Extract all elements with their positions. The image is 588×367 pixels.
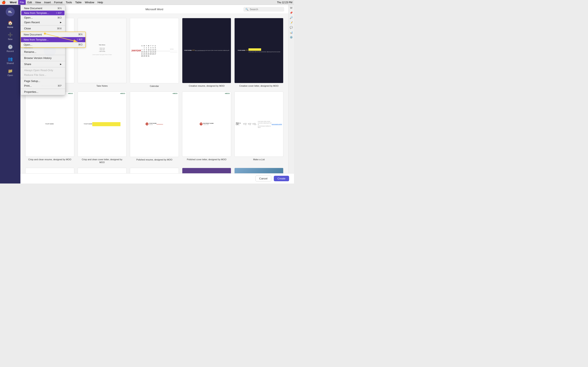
template-thumb-calendar: JANYEAR S M T W T F S 123456 78910111213… (130, 18, 179, 83)
menubar-time: Thu 12:23 PM (277, 1, 292, 4)
popup-open-shortcut: ⌘O (78, 43, 82, 46)
apple-menu[interactable]: 🍎 (2, 0, 6, 4)
home-icon: 🏠 (8, 20, 13, 25)
bottom-bar: Cancel Create (20, 173, 294, 184)
menubar-table[interactable]: Table (73, 0, 83, 5)
template-label-list: Make a List (253, 158, 265, 161)
template-thumb-creative-cover: YOUR NAME ● MOO Lorem ipsum dolor sit am… (234, 18, 283, 83)
right-icon-2[interactable]: 📌 (289, 11, 294, 15)
sidebar-home-label: Home (7, 26, 13, 28)
sidebar-item-shared[interactable]: 👥 Shared (2, 55, 18, 66)
template-thumb-notes: Take Notes • Item one • Item two • Item … (78, 18, 127, 83)
moo-logo-icon: ●MOO (68, 92, 73, 94)
search-bar[interactable]: 🔍 (243, 7, 284, 12)
right-icon-6[interactable]: 📊 (289, 30, 294, 35)
template-label-calendar: Calendar (150, 85, 159, 87)
sidebar: RL 🏠 Home ➕ New 🕐 Recent 👥 Shared 📁 Open (0, 5, 20, 184)
template-thumb-list: Make a List... Item one Item two Item th… (234, 92, 283, 157)
popup-new-template-shortcut: ⇧⌘P (76, 38, 82, 41)
template-calendar[interactable]: JANYEAR S M T W T F S 123456 78910111213… (130, 18, 179, 87)
menubar-view[interactable]: View (34, 0, 43, 5)
menubar: 🍎 Word File Edit View Insert Format Tool… (0, 0, 294, 5)
template-label-creative-cover: Creative cover letter, designed by MOO (239, 84, 279, 87)
template-polished-cover[interactable]: ●MOO YN RECIPIENT NAME Cover Letter Poli… (182, 92, 231, 164)
menubar-format[interactable]: Format (52, 0, 64, 5)
sidebar-item-home[interactable]: 🏠 Home (2, 19, 18, 30)
template-label-notes: Take Notes (96, 84, 108, 87)
template-label-polished-cover: Polished cover letter, designed by MOO (187, 158, 226, 161)
right-icon-4[interactable]: 📝 (289, 20, 294, 25)
template-thumb-creative-resume: YOUR NAME ● MOO SKILLS EXPERIENCE Lorem … (182, 18, 231, 83)
avatar: RL (6, 7, 15, 16)
menubar-edit[interactable]: Edit (26, 0, 34, 5)
menubar-insert[interactable]: Insert (43, 0, 52, 5)
template-crisp-resume[interactable]: ●MOO YOUR NAME Crisp and clean resume, d… (25, 92, 74, 164)
template-label-crisp-resume: Crisp and clean resume, designed by MOO (28, 158, 71, 161)
template-creative-cover[interactable]: YOUR NAME ● MOO Lorem ipsum dolor sit am… (234, 18, 283, 87)
sidebar-open-label: Open (8, 74, 13, 76)
moo-logo-icon3: ●MOO (173, 92, 177, 94)
menubar-file[interactable]: File (18, 0, 26, 5)
menubar-window[interactable]: Window (83, 0, 96, 5)
template-welcome[interactable]: → Welcome to Word (25, 18, 74, 87)
template-thumb-polished-resume: ●MOO YN YOUR NAME Resume EXPERIENCE (130, 92, 179, 157)
menubar-status: Thu 12:23 PM (277, 1, 292, 4)
topbar: Microsoft Word 🔍 (20, 5, 288, 14)
open-icon: 📁 (8, 68, 13, 73)
popup-open-label: Open... (24, 43, 33, 46)
sidebar-new-label: New (8, 38, 12, 40)
search-input[interactable] (250, 8, 282, 11)
moo-logo-icon4: ●MOO (225, 92, 230, 94)
template-thumb-welcome: → (25, 18, 74, 83)
recent-icon: 🕐 (8, 44, 13, 49)
menubar-tools[interactable]: Tools (64, 0, 73, 5)
template-thumb-crisp-resume: ●MOO YOUR NAME (25, 92, 74, 157)
menubar-help[interactable]: Help (96, 0, 105, 5)
template-label-crisp-cover: Crisp and clean cover letter, designed b… (79, 158, 125, 164)
template-label-creative-resume: Creative resume, designed by MOO (189, 84, 224, 87)
right-icon-3[interactable]: 🔎 (289, 16, 294, 20)
sidebar-item-open[interactable]: 📁 Open (2, 67, 18, 78)
shared-icon: 👥 (8, 57, 13, 61)
right-icon-7[interactable]: ⚙️ (289, 35, 294, 40)
popup-row-open[interactable]: Open... ⌘O (21, 42, 85, 47)
template-thumb-polished-cover: ●MOO YN RECIPIENT NAME Cover Letter (182, 92, 231, 157)
template-thumb-crisp-cover: ●MOO YOUR NAME (78, 92, 127, 157)
template-label-welcome: Welcome to Word (41, 84, 59, 87)
right-icon-1[interactable]: W (289, 6, 294, 10)
search-icon: 🔍 (245, 8, 249, 11)
popup-new-template-label: New from Template... (24, 38, 49, 41)
popup-new-doc-shortcut: ⌘N (78, 33, 82, 36)
window-title: Microsoft Word (145, 8, 163, 11)
popup-row-new-doc[interactable]: New Document ⌘N (21, 32, 85, 37)
cancel-button[interactable]: Cancel (255, 175, 271, 182)
menu-highlight-popup: New Document ⌘N New from Template... ⇧⌘P… (20, 32, 86, 48)
template-crisp-cover[interactable]: ●MOO YOUR NAME Crisp and clean cover let… (78, 92, 127, 164)
popup-new-doc-label: New Document (24, 33, 42, 36)
menubar-app-name[interactable]: Word (8, 0, 18, 5)
popup-row-new-template[interactable]: New from Template... ⇧⌘P (21, 37, 85, 42)
sidebar-item-recent[interactable]: 🕐 Recent (2, 43, 18, 54)
template-polished-resume[interactable]: ●MOO YN YOUR NAME Resume EXPERIENCE (130, 92, 179, 164)
template-creative-resume[interactable]: YOUR NAME ● MOO SKILLS EXPERIENCE Lorem … (182, 18, 231, 87)
sidebar-shared-label: Shared (7, 62, 14, 64)
create-button[interactable]: Create (274, 176, 289, 181)
template-list[interactable]: Make a List... Item one Item two Item th… (234, 92, 283, 164)
moo-logo-icon2: ●MOO (120, 92, 125, 94)
right-sidebar: W 📌 🔎 📝 💬 📊 ⚙️ (288, 5, 294, 184)
new-icon: ➕ (8, 33, 13, 37)
sidebar-recent-label: Recent (7, 50, 14, 52)
sidebar-item-new[interactable]: ➕ New (2, 31, 18, 42)
template-notes[interactable]: Take Notes • Item one • Item two • Item … (78, 18, 127, 87)
template-label-polished-resume: Polished resume, designed by MOO (136, 158, 173, 161)
right-icon-5[interactable]: 💬 (289, 25, 294, 30)
